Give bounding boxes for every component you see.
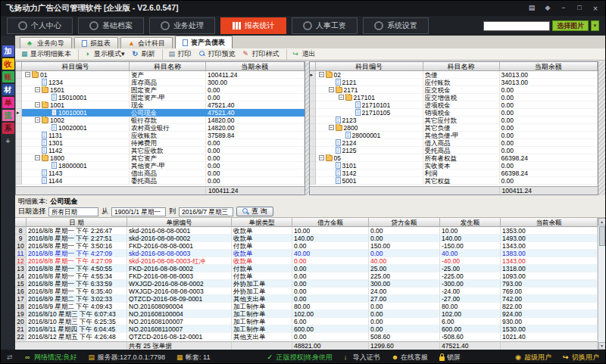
side-shortcut-tab[interactable]: 单 [2, 97, 14, 108]
tab[interactable]: 会计科目 [120, 37, 173, 48]
toolbar-button[interactable]: 显示明细账本 [17, 49, 79, 60]
nav-item[interactable]: 人事工资 [292, 17, 358, 34]
ledger-row[interactable]: 13 2016/8/8 星期一 下午 4:50:55 FKD-2016-08-0… [15, 265, 598, 272]
choose-image-button[interactable]: 选择图片 [552, 20, 589, 31]
collapse-icon[interactable] [25, 72, 30, 77]
subject-tree-row[interactable]: 1001 现金 47521.40 [16, 101, 305, 109]
subject-tree-row[interactable]: 2124 借入商品 0.00 [310, 139, 598, 147]
scroll-down-icon[interactable]: ▼ [598, 342, 606, 350]
subject-tree-row[interactable]: 02 负债 34013.00 [310, 71, 598, 79]
nav-item[interactable]: 报表统计 [220, 17, 286, 34]
collapse-icon[interactable] [35, 102, 40, 107]
ledger-row[interactable]: 17 2016/8/9 星期二 下午 3:02:33 QTZCD-2016-08… [15, 295, 598, 303]
super-user-button[interactable]: 超级用户 [515, 353, 551, 362]
tab[interactable]: 业务向导 [20, 37, 72, 48]
side-shortcut-tab[interactable]: 收 [2, 58, 14, 70]
subject-tree-row[interactable]: 2800 其它负债 0.00 [310, 124, 598, 132]
side-shortcut-tab[interactable]: 系 [2, 123, 14, 134]
from-date-field[interactable]: 1900/1/1 星期一 [111, 207, 166, 216]
chevron-down-icon[interactable]: ▼ [591, 20, 599, 31]
subject-tree-row[interactable]: 18000001 其他资产-甲 0.00 [16, 162, 305, 170]
panel-scroll-strip[interactable] [598, 61, 605, 195]
side-shortcut-tab[interactable]: + [2, 135, 14, 147]
to-date-field[interactable]: 2016/9/7 星期三 [179, 207, 233, 216]
ledger-row[interactable]: 16 2016/8/8 星期一 下午 6:35:40 WXJGD-2016-08… [15, 288, 598, 295]
ledger-row[interactable]: 15 2016/8/8 星期一 下午 6:33:59 WXJGD-2016-08… [15, 280, 598, 288]
ledger-row[interactable]: 10 2016/8/8 星期一 下午 3:50:16 FKD-2016-08-0… [15, 242, 598, 250]
nav-item[interactable]: 业务处理 [149, 17, 215, 34]
subject-tree-row[interactable]: 01 资产 100411.24 [16, 71, 305, 79]
side-shortcut-tab[interactable]: 加 [2, 45, 14, 57]
subject-tree-row[interactable]: 1131 应收账款 37589.84 [16, 132, 305, 139]
vertical-scrollbar[interactable]: ▲ ▼ [598, 218, 605, 350]
toolbar-button[interactable]: 打印预览 [195, 49, 239, 60]
subject-tree-row[interactable]: 2121 应付账款 34013.00 [310, 79, 598, 86]
subject-tree-row[interactable]: 1800 其它资产 0.00 [16, 154, 305, 162]
subject-tree-row[interactable]: 2171 应交税金 0.00 [310, 86, 598, 94]
collapse-icon[interactable] [35, 117, 40, 123]
subject-tree-row[interactable]: 28000001 其他负债-甲 0.00 [310, 132, 598, 139]
subject-tree-row[interactable]: 2125 受托商品 0.00 [310, 147, 598, 154]
ledger-row[interactable]: 19 2016/8/10 星期三 下午 6:07:43 NO.201608100… [15, 310, 598, 318]
maximize-icon[interactable] [575, 4, 584, 13]
close-icon[interactable] [591, 4, 600, 13]
ledger-row[interactable]: 20 2016/8/10 星期三 下午 6:25:35 NO.201608100… [15, 318, 598, 325]
toolbar-button[interactable]: 打印 [165, 49, 195, 60]
collapse-icon[interactable] [329, 87, 334, 92]
ledger-row[interactable]: 18 2016/8/9 星期二 下午 4:09:43 NO.2016080900… [15, 303, 598, 310]
switch-user-button[interactable]: 切换用户 [563, 353, 599, 362]
scroll-thumb[interactable] [599, 226, 605, 246]
collapse-icon[interactable] [319, 72, 324, 77]
tab[interactable]: 资产负债表 [175, 36, 233, 48]
subject-tree-row[interactable]: 1234 库存商品 300.00 [16, 79, 305, 86]
subject-tree-row[interactable]: 1501 固定资产 0.00 [16, 86, 305, 94]
ledger-row[interactable]: 11 2016/8/8 星期一 下午 4:27:09 skd-2016-08-0… [15, 250, 598, 257]
subject-tree-row[interactable]: 1144 委托商品 0.00 [16, 177, 305, 185]
collapse-icon[interactable] [35, 155, 40, 160]
document-icon[interactable] [527, 4, 536, 13]
scroll-up-icon[interactable]: ▲ [598, 218, 606, 226]
subject-tree-row[interactable]: 5001 其它权益 0.00 [310, 177, 598, 185]
side-shortcut-tab[interactable]: 流 [2, 110, 14, 121]
subject-tree-row[interactable]: 1143 借出商品 0.00 [16, 170, 305, 177]
subject-tree-row[interactable]: 15010001 固定资产-甲 0.00 [16, 94, 305, 101]
subject-tree-row[interactable]: 10020001 农村商业银行 14820.00 [16, 124, 305, 132]
toolbar-button[interactable]: 退出 [289, 49, 320, 60]
ledger-row[interactable]: 22 2016/8/12 星期五 下午 4:26:48 QTZCD-2016-0… [15, 333, 598, 341]
side-shortcut-tab[interactable]: 材 [2, 84, 14, 95]
subject-tree-row[interactable]: 21710101 进项税金 0.00 [310, 101, 598, 109]
subject-tree-row[interactable]: 1301 待摊费用 0.00 [16, 139, 305, 147]
subject-tree-row[interactable]: 217101 应交增值税 0.00 [310, 94, 598, 101]
skin-icon[interactable] [543, 4, 552, 13]
subject-tree-row[interactable]: 1142 其它应收款 0.00 [16, 147, 305, 154]
collapse-icon[interactable] [339, 95, 344, 100]
ledger-row[interactable]: 12 2016/8/8 星期一 下午 4:27:09 skd-2016-08-0… [15, 257, 598, 265]
collapse-icon[interactable] [319, 155, 324, 160]
import-cert-button[interactable]: 导入证书 [344, 353, 380, 362]
nav-item[interactable]: 系统设置 [363, 17, 429, 34]
query-button[interactable]: 查 询 [236, 207, 273, 216]
minimize-icon[interactable] [559, 4, 568, 13]
subject-tree-row[interactable]: 21710105 销项税金 0.00 [310, 109, 598, 117]
ledger-row[interactable]: 9 2016/8/8 星期一 下午 2:27:51 skd-2016-08-08… [15, 235, 598, 242]
ledger-row[interactable]: 8 2016/8/8 星期一 下午 2:26:47 skd-2016-08-08… [15, 227, 598, 235]
date-preset-select[interactable]: 所有日期 [48, 207, 98, 216]
subject-tree-row[interactable]: 05 所有者权益 66398.24 [310, 154, 598, 162]
toolbar-button[interactable]: 刷新 [129, 49, 163, 60]
subject-tree-row[interactable]: 1002 银行存款 14820.00 [16, 117, 305, 124]
online-service-button[interactable]: 在线客服 [392, 353, 428, 362]
nav-item[interactable]: 基础档案 [78, 17, 144, 34]
ledger-row[interactable]: 21 2016/8/11 星期四 下午 6:04:45 NO.201608110… [15, 325, 598, 333]
ledger-row[interactable]: 14 2016/8/8 星期一 下午 4:55:34 FKD-2016-08-0… [15, 272, 598, 280]
side-shortcut-tab[interactable]: 账 [2, 71, 14, 82]
collapse-icon[interactable] [35, 87, 40, 92]
toolbar-button[interactable]: 显示模式▾ [81, 49, 129, 60]
subject-tree-row[interactable]: 3142 利润 66398.24 [310, 170, 598, 177]
subject-tree-row[interactable]: 2123 其它应付款 0.00 [310, 117, 598, 124]
subject-tree-row[interactable]: 3101 实收资本 0.00 [310, 162, 598, 170]
tab[interactable]: 损益表 [74, 37, 118, 48]
lock-screen-button[interactable]: 锁屏 [439, 353, 461, 362]
toolbar-button[interactable]: 打印样式 [239, 49, 287, 60]
collapse-icon[interactable] [329, 125, 334, 130]
nav-item[interactable]: 个人中心 [7, 17, 73, 34]
